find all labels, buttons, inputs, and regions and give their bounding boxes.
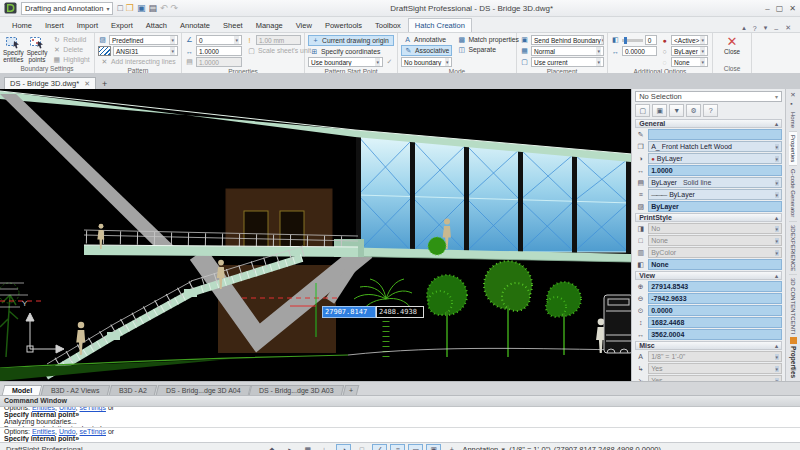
tab-powertools[interactable]: Powertools bbox=[319, 19, 368, 32]
center-y-field[interactable]: -7942.9633 bbox=[648, 293, 782, 304]
bycolor-select[interactable]: ByColor▾ bbox=[648, 247, 782, 258]
selection-filter-select[interactable]: No Selection ▾ bbox=[635, 91, 782, 102]
annotative-toggle[interactable]: AAnnotative bbox=[401, 35, 452, 44]
section-view[interactable]: View▴ bbox=[635, 271, 782, 280]
add-status-icon[interactable]: + bbox=[444, 444, 459, 450]
sheet-tab-bridge-a04[interactable]: DS - Bridg...dge 3D A04 bbox=[156, 385, 251, 395]
island-detection-select[interactable]: Normal▾ bbox=[531, 46, 604, 56]
transparency-value[interactable]: 0 bbox=[645, 35, 657, 45]
add-intersecting-lines-toggle[interactable]: ✕Add intersecting lines bbox=[98, 57, 178, 66]
highlight-button[interactable]: ▦Highlight bbox=[50, 55, 91, 64]
close-hatch-button[interactable]: ✕ Close bbox=[719, 35, 745, 56]
printstyle-none-field[interactable]: None bbox=[648, 259, 782, 270]
close-tab-icon[interactable]: ✕ bbox=[84, 80, 90, 88]
pattern-type-select[interactable]: Predefined▾ bbox=[109, 35, 178, 45]
add-sheet-button[interactable]: + bbox=[343, 385, 360, 395]
linecolor-select[interactable]: ●ByLayer▾ bbox=[648, 153, 782, 164]
save-icon[interactable]: ▣ bbox=[137, 3, 146, 13]
help-icon[interactable]: ? bbox=[703, 104, 718, 117]
document-tab[interactable]: DS - Bridge 3D.dwg* ✕ bbox=[4, 77, 96, 89]
use-boundary-select[interactable]: Use boundary▾ bbox=[308, 57, 383, 67]
dynamic-input-y[interactable]: 2488.4938 bbox=[376, 306, 424, 318]
transparency-field[interactable]: ByLayer bbox=[648, 201, 782, 212]
command-window[interactable]: Command Window Options: Entities, Undo, … bbox=[0, 395, 800, 442]
section-printstyle[interactable]: PrintStyle▴ bbox=[635, 213, 782, 222]
printstyle-table-select[interactable]: None▾ bbox=[648, 235, 782, 246]
layer-select[interactable]: <Active>▾ bbox=[671, 35, 708, 45]
settings-icon[interactable]: ⚙ bbox=[686, 104, 701, 117]
undo-option-link[interactable]: Undo bbox=[59, 428, 76, 435]
hyperlink-field[interactable] bbox=[648, 129, 782, 140]
scale-sheet-unit-toggle[interactable]: ▢Scale sheet's unit bbox=[245, 46, 301, 55]
hatch-spacing-field[interactable]: 1.0000 bbox=[196, 57, 242, 67]
print-icon[interactable]: ▤ bbox=[148, 3, 157, 13]
redo-icon[interactable]: ↷ bbox=[171, 3, 179, 13]
use-current-select[interactable]: Use current▾ bbox=[531, 57, 604, 67]
gap-tolerance-field[interactable]: 0.0000 bbox=[622, 46, 657, 56]
pen-width-field[interactable]: 1.00 mm bbox=[256, 35, 301, 45]
settings-option-link[interactable]: seTtings bbox=[80, 428, 106, 435]
draw-order-select[interactable]: Send Behind Boundary▾ bbox=[531, 35, 604, 45]
center-x-field[interactable]: 27914.8543 bbox=[648, 281, 782, 292]
linestyle-select[interactable]: ByLayerSolid line▾ bbox=[648, 177, 782, 188]
tab-toolbox[interactable]: Toolbox bbox=[369, 19, 407, 32]
annotation-scale-select[interactable]: Annotation ▼ bbox=[462, 445, 506, 450]
ucs-follow-select[interactable]: Yes▾ bbox=[648, 375, 782, 381]
linescale-field[interactable]: 1.0000 bbox=[648, 165, 782, 176]
delete-button[interactable]: ✕Delete bbox=[50, 45, 91, 54]
chevron-down-icon[interactable]: ▾ bbox=[761, 24, 771, 32]
ortho-icon[interactable]: ∟ bbox=[318, 444, 333, 450]
side-tab-gcode[interactable]: G-code Generator bbox=[789, 166, 797, 221]
view-height-field[interactable]: 1682.4468 bbox=[648, 317, 782, 328]
specify-coordinates-button[interactable]: ⊞Specify coordinates bbox=[308, 47, 394, 56]
new-file-icon[interactable]: □ bbox=[117, 3, 122, 13]
current-drawing-origin-toggle[interactable]: +Current drawing origin bbox=[308, 35, 394, 46]
tab-sheet[interactable]: Sheet bbox=[217, 19, 249, 32]
sheet-tab-b3d-a2[interactable]: B3D - A2 bbox=[109, 385, 158, 395]
minimize-icon[interactable]: – bbox=[771, 25, 781, 32]
hatch-angle-select[interactable]: 0▾ bbox=[196, 35, 242, 45]
ucs-per-view-select[interactable]: Yes▾ bbox=[648, 363, 782, 374]
center-z-field[interactable]: 0.0000 bbox=[648, 305, 782, 316]
sheet-tab-b3d-a2-views[interactable]: B3D - A2 Views bbox=[41, 385, 110, 395]
lineweight-icon[interactable]: ≡ bbox=[390, 444, 405, 450]
section-misc[interactable]: Misc▴ bbox=[635, 341, 782, 350]
new-document-button[interactable]: + bbox=[99, 79, 110, 89]
close-panel-icon[interactable]: ✕ bbox=[790, 91, 795, 99]
section-general[interactable]: General▴ bbox=[635, 119, 782, 128]
hatch-scale-field[interactable]: 1.0000 bbox=[196, 46, 242, 56]
model-space-icon[interactable]: ▣ bbox=[426, 444, 441, 450]
annotation-scale-select[interactable]: 1/8" = 1'-0"▾ bbox=[648, 351, 782, 362]
pattern-name-select[interactable]: ANSI31▾ bbox=[113, 46, 178, 56]
current-scale[interactable]: (1/8" = 1'-0") bbox=[509, 445, 551, 450]
tab-insert[interactable]: Insert bbox=[39, 19, 70, 32]
minimize-button[interactable]: – bbox=[765, 4, 769, 13]
tab-manage[interactable]: Manage bbox=[250, 19, 289, 32]
dynamic-input-x[interactable]: 27907.8147 bbox=[322, 306, 376, 318]
sheet-tab-model[interactable]: Model bbox=[2, 385, 43, 395]
quick-select-icon[interactable]: ▣ bbox=[652, 104, 667, 117]
rebuild-button[interactable]: ↻Rebuild bbox=[50, 35, 91, 44]
snap-icon[interactable]: ◆ bbox=[264, 444, 279, 450]
select-entities-icon[interactable]: ▢ bbox=[635, 104, 650, 117]
style-select[interactable]: None▾ bbox=[671, 57, 708, 67]
tab-annotate[interactable]: Annotate bbox=[174, 19, 216, 32]
collapse-ribbon-icon[interactable]: ▴ bbox=[739, 24, 749, 32]
layer-select[interactable]: A_ Front Hatch Left Wood▾ bbox=[648, 141, 782, 152]
entities-option-link[interactable]: Entities bbox=[32, 428, 55, 435]
specify-points-button[interactable]: Specify points bbox=[27, 35, 48, 63]
associative-toggle[interactable]: ✎Associative bbox=[401, 45, 452, 56]
etrack-icon[interactable]: ∠ bbox=[372, 444, 387, 450]
view-width-field[interactable]: 3562.0004 bbox=[648, 329, 782, 340]
printstyle-select[interactable]: No▾ bbox=[648, 223, 782, 234]
pointer-icon[interactable]: ▸ bbox=[282, 444, 297, 450]
pin-panel-icon[interactable]: ▪ bbox=[790, 100, 795, 107]
no-boundary-select[interactable]: No boundary▾ bbox=[401, 57, 452, 67]
color-select[interactable]: ByLayer▾ bbox=[671, 46, 708, 56]
side-tab-properties[interactable]: Properties bbox=[789, 132, 797, 166]
help-icon[interactable]: ? bbox=[750, 25, 760, 32]
side-tab-3dexperience[interactable]: 3DEXPERIENCE bbox=[789, 222, 797, 275]
workspace-selector[interactable]: Drafting and Annotation ▾ bbox=[21, 2, 113, 15]
match-properties-button[interactable]: ▩Match properties bbox=[455, 35, 513, 44]
tab-export[interactable]: Export bbox=[105, 19, 139, 32]
